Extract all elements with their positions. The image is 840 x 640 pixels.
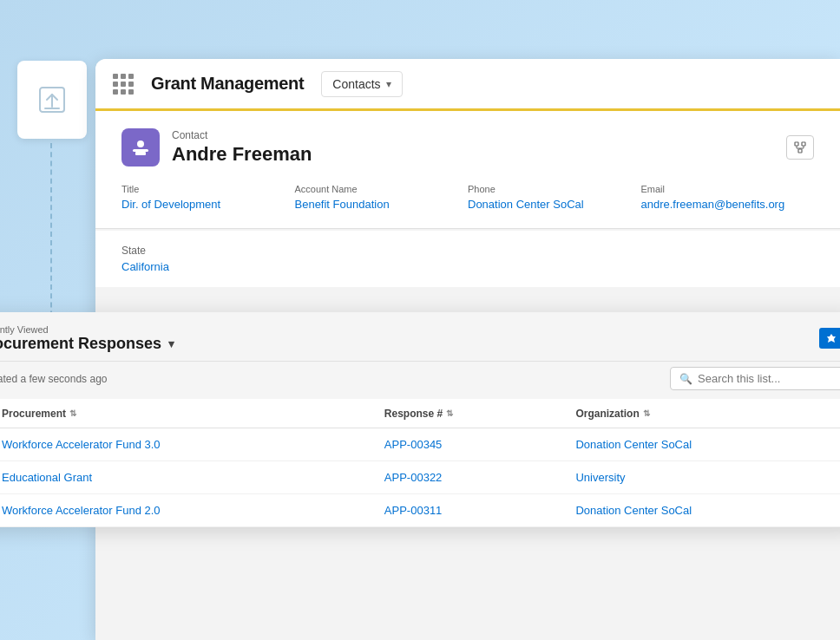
procurement-panel: Recently Viewed Procurement Responses ▾ … <box>0 312 840 527</box>
contact-header: Contact Andre Freeman <box>121 128 814 167</box>
th-response-label: Response # <box>384 408 443 420</box>
search-icon: 🔍 <box>679 373 692 385</box>
contact-name: Andre Freeman <box>172 143 774 166</box>
row-organization[interactable]: Donation Center SoCal <box>565 494 840 527</box>
chevron-down-icon: ▾ <box>386 78 391 90</box>
table-header-row: Procurement ⇅ Response # ⇅ Organization <box>0 399 840 428</box>
grid-dot <box>128 89 134 95</box>
state-value[interactable]: California <box>121 260 814 273</box>
title-label: Title <box>121 184 278 194</box>
svg-rect-3 <box>133 149 148 152</box>
panel-subtitle: Recently Viewed <box>0 324 809 335</box>
field-account-name: Account Name Benefit Foundation <box>295 184 469 211</box>
panel-title: Procurement Responses ▾ <box>0 335 809 353</box>
th-response[interactable]: Response # ⇅ <box>374 399 566 428</box>
email-label: Email <box>641 184 797 194</box>
grid-dot <box>121 89 126 95</box>
table-row: 2 Educational Grant APP-00322 University <box>0 461 840 494</box>
table-wrapper: Procurement ⇅ Response # ⇅ Organization <box>0 399 840 527</box>
th-organization[interactable]: Organization ⇅ <box>565 399 840 428</box>
row-response-num[interactable]: APP-00345 <box>374 428 566 461</box>
response-sort[interactable]: Response # ⇅ <box>384 408 453 420</box>
row-response-num[interactable]: APP-00322 <box>374 461 566 494</box>
svg-rect-9 <box>798 149 802 153</box>
contact-avatar <box>121 128 160 167</box>
panel-header: Recently Viewed Procurement Responses ▾ <box>0 312 840 362</box>
th-org-label: Organization <box>575 408 639 420</box>
contact-info: Contact Andre Freeman <box>172 129 774 166</box>
table-row: 3 Workforce Accelerator Fund 2.0 APP-003… <box>0 494 840 527</box>
field-title: Title Dir. of Development <box>121 184 295 211</box>
row-procurement[interactable]: Educational Grant <box>0 461 374 494</box>
th-procurement[interactable]: Procurement ⇅ <box>0 399 374 428</box>
email-value[interactable]: andre.freeman@benefits.org <box>641 198 797 211</box>
contacts-tab[interactable]: Contacts ▾ <box>321 71 402 97</box>
top-nav: Grant Management Contacts ▾ <box>95 59 840 111</box>
phone-label: Phone <box>468 184 624 194</box>
hierarchy-button[interactable] <box>786 135 814 160</box>
panel-title-text: Procurement Responses <box>0 335 161 353</box>
table-row: 1 Workforce Accelerator Fund 3.0 APP-003… <box>0 428 840 461</box>
contacts-tab-label: Contacts <box>332 77 380 91</box>
row-organization[interactable]: Donation Center SoCal <box>565 428 840 461</box>
state-section: State California <box>95 231 840 287</box>
contact-type-label: Contact <box>172 129 774 141</box>
svg-rect-8 <box>802 142 805 146</box>
svg-rect-7 <box>795 142 798 146</box>
table-body: 1 Workforce Accelerator Fund 3.0 APP-003… <box>0 428 840 527</box>
account-name-label: Account Name <box>295 184 451 194</box>
sort-arrow-icon: ⇅ <box>643 408 650 418</box>
org-sort[interactable]: Organization ⇅ <box>575 408 649 420</box>
hierarchy-icon <box>794 141 806 153</box>
field-email: Email andre.freeman@benefits.org <box>641 184 815 211</box>
sort-arrow-icon: ⇅ <box>446 408 453 418</box>
panel-toolbar: 5 items · Updated a few seconds ago 🔍 <box>0 362 840 399</box>
title-value[interactable]: Dir. of Development <box>121 198 278 211</box>
search-box: 🔍 <box>670 367 840 390</box>
phone-value[interactable]: Donation Center SoCal <box>468 198 624 211</box>
procurement-sort[interactable]: Procurement ⇅ <box>2 408 76 420</box>
contact-fields: Title Dir. of Development Account Name B… <box>121 184 814 211</box>
svg-point-5 <box>137 140 144 147</box>
account-name-value[interactable]: Benefit Foundation <box>295 198 451 211</box>
svg-rect-6 <box>132 139 137 144</box>
field-phone: Phone Donation Center SoCal <box>468 184 641 211</box>
procurement-table: Procurement ⇅ Response # ⇅ Organization <box>0 399 840 527</box>
grid-dot <box>128 74 134 79</box>
updated-text: Updated a few seconds ago <box>0 373 107 385</box>
upload-card <box>17 61 87 139</box>
search-input[interactable] <box>698 372 834 385</box>
grid-dot <box>121 74 126 79</box>
dashed-line-v <box>50 143 52 334</box>
sort-arrow-icon: ⇅ <box>69 408 76 418</box>
grid-dot <box>113 89 118 95</box>
contact-card: Contact Andre Freeman Title Dir. of Deve… <box>95 111 840 229</box>
grid-dot <box>121 82 126 87</box>
panel-title-area: Recently Viewed Procurement Responses ▾ <box>0 324 809 353</box>
contact-avatar-icon <box>130 137 151 158</box>
pin-icon <box>826 333 837 343</box>
grid-dot <box>113 74 118 79</box>
row-response-num[interactable]: APP-00311 <box>374 494 566 527</box>
row-procurement[interactable]: Workforce Accelerator Fund 2.0 <box>0 494 374 527</box>
grid-dot <box>128 82 134 87</box>
app-grid-icon[interactable] <box>113 74 134 95</box>
pin-button[interactable] <box>819 328 840 349</box>
panel-dropdown-icon[interactable]: ▾ <box>168 337 174 350</box>
grid-dot <box>113 82 118 87</box>
app-title: Grant Management <box>151 74 304 94</box>
row-procurement[interactable]: Workforce Accelerator Fund 3.0 <box>0 428 374 461</box>
th-procurement-label: Procurement <box>2 408 66 420</box>
row-organization[interactable]: University <box>565 461 840 494</box>
items-count: 5 items · Updated a few seconds ago <box>0 373 107 385</box>
svg-rect-4 <box>135 152 146 155</box>
state-label: State <box>121 245 814 257</box>
upload-icon <box>36 84 68 115</box>
